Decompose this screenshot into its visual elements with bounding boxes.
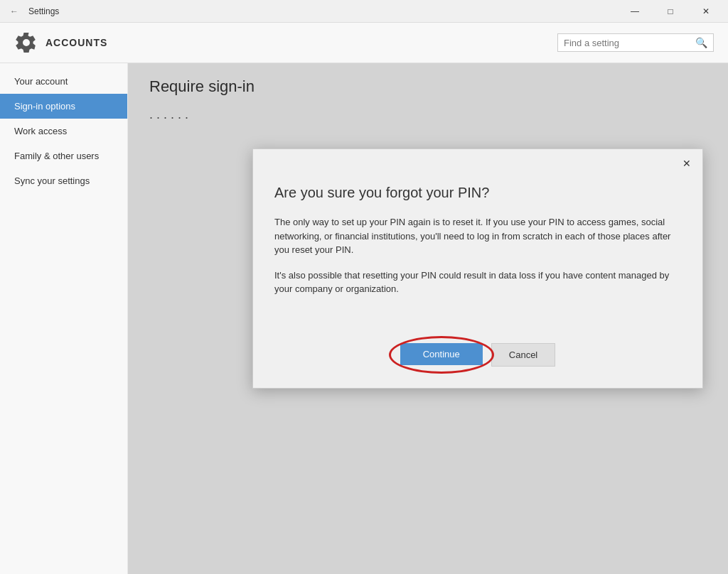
forgot-pin-dialog: ✕ Are you sure you forgot your PIN? The … [252, 148, 703, 389]
dialog-heading: Are you sure you forgot your PIN? [274, 185, 681, 201]
dialog-titlebar: ✕ [253, 149, 702, 178]
search-box[interactable]: 🔍 [557, 33, 714, 52]
window-controls: — □ ✕ [619, 0, 722, 23]
sidebar-item-family-other-users[interactable]: Family & other users [0, 144, 127, 168]
gear-icon [14, 31, 37, 54]
sidebar-item-work-access[interactable]: Work access [0, 119, 127, 144]
app-header: ACCOUNTS 🔍 [0, 23, 728, 63]
main-window: ACCOUNTS 🔍 Your account Sign-in options … [0, 23, 728, 574]
cancel-button[interactable]: Cancel [491, 343, 555, 367]
dialog-body: Are you sure you forgot your PIN? The on… [253, 178, 702, 329]
continue-button[interactable]: Continue [400, 343, 483, 365]
search-input[interactable] [564, 38, 695, 48]
sidebar-item-sync-settings[interactable]: Sync your settings [0, 168, 127, 193]
window-title: Settings [28, 6, 59, 16]
maximize-button[interactable]: □ [654, 0, 687, 23]
dialog-close-button[interactable]: ✕ [677, 153, 697, 173]
app-body: Your account Sign-in options Work access… [0, 63, 728, 574]
dialog-text-2: It's also possible that resetting your P… [274, 269, 681, 296]
sidebar-item-your-account[interactable]: Your account [0, 69, 127, 94]
app-title: ACCOUNTS [46, 37, 107, 48]
header-left: ACCOUNTS [14, 31, 107, 54]
continue-wrapper: Continue [400, 343, 483, 367]
main-content: Require sign-in · · · · · · ✕ Are you su… [128, 63, 728, 574]
title-bar-left: ← Settings [6, 5, 59, 18]
search-icon: 🔍 [695, 37, 707, 48]
close-button[interactable]: ✕ [690, 0, 722, 23]
sidebar: Your account Sign-in options Work access… [0, 63, 128, 574]
dialog-buttons: Continue Cancel [253, 329, 702, 388]
title-bar: ← Settings — □ ✕ [0, 0, 728, 23]
back-button[interactable]: ← [6, 5, 23, 18]
minimize-button[interactable]: — [619, 0, 651, 23]
sidebar-item-sign-in-options[interactable]: Sign-in options [0, 94, 127, 119]
dialog-text-1: The only way to set up your PIN again is… [274, 215, 681, 257]
